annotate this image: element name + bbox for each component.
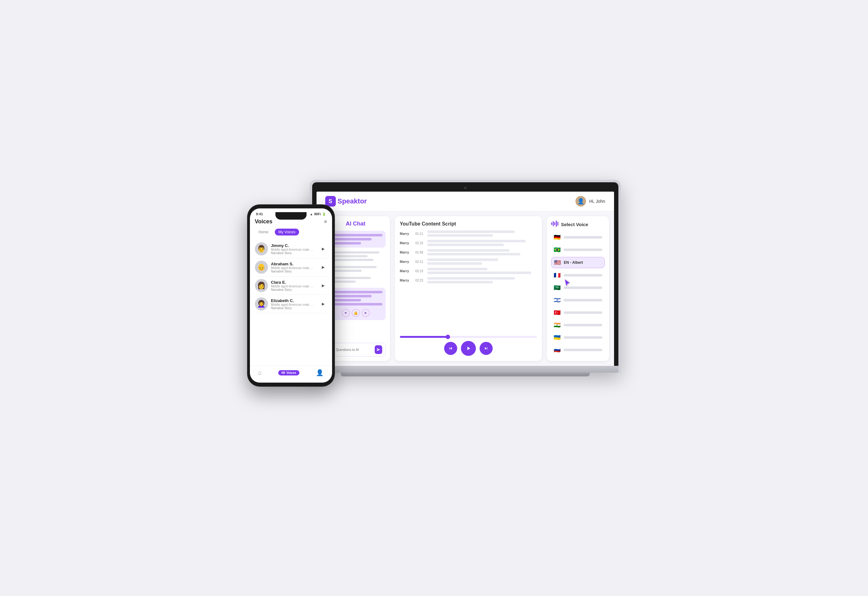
- filter-icon[interactable]: ≡: [324, 219, 327, 224]
- chat-line: [329, 295, 372, 297]
- voice-item-br[interactable]: 🇧🇷: [551, 245, 605, 255]
- voice-avatar: 👩‍🦱: [255, 297, 268, 310]
- script-item: Marry 01:11: [400, 230, 537, 237]
- player-controls: [400, 336, 537, 356]
- voice-item-fr[interactable]: 🇫🇷: [551, 270, 605, 280]
- play-voice-button[interactable]: ▶: [319, 300, 327, 308]
- cursor-icon: [563, 279, 571, 288]
- svg-rect-4: [557, 222, 558, 226]
- play-voice-button[interactable]: ▶: [319, 282, 327, 289]
- voice-name: Abraham S.: [271, 262, 316, 266]
- voice-avatar: 👴: [255, 261, 268, 274]
- star-button[interactable]: ★: [362, 309, 370, 317]
- svg-rect-6: [282, 372, 283, 374]
- voice-card-info: Clara E. Middle aged American male voice…: [271, 280, 316, 292]
- voice-name: Jimmy C.: [271, 243, 316, 248]
- selected-voice-name: EN - Albert: [564, 260, 583, 265]
- script-item: Marry 02:23: [400, 277, 537, 283]
- skip-forward-button[interactable]: [480, 342, 493, 355]
- phone-outer: 9:41 ▲ WiFi 🔋 Voices ≡ Home My Voices: [247, 205, 334, 387]
- heart-button[interactable]: ♥: [342, 309, 350, 317]
- voice-card-clara: 👩 Clara E. Middle aged American male voi…: [255, 277, 327, 295]
- youtube-panel: YouTube Content Script Marry 01:11: [395, 216, 542, 361]
- nav-profile[interactable]: 👤: [316, 369, 324, 376]
- voice-panel-title: Select Voice: [561, 222, 588, 227]
- app-ui: S Speaktor 👤 Hi, John: [316, 192, 614, 366]
- voice-card-info: Abraham S. Middle aged American male voi…: [271, 262, 316, 273]
- ai-chat-title: AI Chat: [326, 221, 386, 227]
- progress-fill: [400, 336, 448, 338]
- voice-card-info: Jimmy C. Middle aged American male voice…: [271, 243, 316, 255]
- thumb-button[interactable]: 👍: [352, 309, 360, 317]
- scene: S Speaktor 👤 Hi, John: [247, 180, 621, 416]
- laptop-screen: S Speaktor 👤 Hi, John: [316, 192, 614, 366]
- voice-card-info: Elizabeth C. Middle aged American male v…: [271, 298, 316, 310]
- voice-item-tr[interactable]: 🇹🇷: [551, 307, 605, 318]
- nav-home[interactable]: ⌂: [258, 369, 262, 376]
- voice-item-ru[interactable]: 🇷🇺: [551, 345, 605, 355]
- voice-desc: Middle aged American male voice with a..…: [271, 248, 315, 251]
- chat-bubble-1: [326, 231, 386, 248]
- progress-thumb: [446, 335, 450, 339]
- voice-desc: Middle aged American male voice with a..…: [271, 303, 315, 306]
- send-button[interactable]: [375, 345, 382, 354]
- script-list: Marry 01:11: [400, 230, 537, 332]
- play-voice-button[interactable]: ▶: [319, 264, 327, 271]
- youtube-title: YouTube Content Script: [400, 221, 537, 227]
- voice-desc: Middle aged American male voice with a..…: [271, 285, 315, 288]
- laptop-outer: S Speaktor 👤 Hi, John: [310, 180, 621, 373]
- phone-notch: [275, 212, 306, 220]
- chat-line: [329, 303, 383, 305]
- svg-rect-2: [554, 222, 555, 225]
- tab-home[interactable]: Home: [255, 229, 272, 236]
- voice-card-elizabeth: 👩‍🦱 Elizabeth C. Middle aged American ma…: [255, 295, 327, 313]
- voice-tag: Narrative Story: [271, 288, 316, 292]
- voice-item-sa[interactable]: 🇸🇦: [551, 282, 605, 293]
- skip-back-button[interactable]: [444, 342, 457, 355]
- logo-text: Speaktor: [338, 197, 367, 205]
- chat-input[interactable]: [329, 348, 372, 351]
- phone: 9:41 ▲ WiFi 🔋 Voices ≡ Home My Voices: [247, 205, 334, 387]
- select-voice-panel: Select Voice 🇩🇪 🇧🇷: [547, 216, 609, 361]
- progress-bar[interactable]: [400, 336, 537, 338]
- app-header: S Speaktor 👤 Hi, John: [316, 192, 614, 211]
- laptop-base: [312, 366, 618, 373]
- tab-my-voices[interactable]: My Voices: [275, 229, 299, 236]
- voice-tag: Narrative Story: [271, 306, 316, 310]
- chat-messages: ♥ 👍 ★: [326, 231, 386, 340]
- voice-name: Elizabeth C.: [271, 298, 316, 303]
- app-content: AI Chat: [316, 211, 614, 366]
- phone-voices-title: Voices: [255, 218, 273, 225]
- voice-item-in[interactable]: 🇮🇳: [551, 320, 605, 330]
- laptop: S Speaktor 👤 Hi, John: [310, 180, 621, 404]
- home-icon: ⌂: [258, 369, 262, 376]
- voice-item-de[interactable]: 🇩🇪: [551, 232, 605, 243]
- voice-avatar: 👨: [255, 242, 268, 255]
- svg-rect-7: [283, 372, 284, 373]
- player-buttons: [444, 341, 493, 356]
- laptop-foot: [341, 373, 590, 376]
- svg-rect-8: [284, 371, 284, 374]
- voice-item-us[interactable]: 🇺🇸 EN - Albert: [551, 257, 605, 268]
- voice-card-abraham: 👴 Abraham S. Middle aged American male v…: [255, 258, 327, 277]
- voice-list: 🇩🇪 🇧🇷 🇺🇸 EN - Al: [551, 232, 605, 355]
- chat-line: [329, 234, 383, 236]
- play-button[interactable]: [461, 341, 476, 356]
- voice-item-ua[interactable]: 🇺🇦: [551, 332, 605, 343]
- nav-voices[interactable]: Voices: [278, 370, 299, 375]
- voice-tag: Narrative Story: [271, 251, 316, 255]
- voice-item-il[interactable]: 🇮🇱: [551, 295, 605, 305]
- nav-voices-label: Voices: [286, 371, 296, 375]
- svg-rect-0: [551, 223, 552, 225]
- user-greeting: Hi, John: [589, 199, 605, 204]
- laptop-bezel: S Speaktor 👤 Hi, John: [312, 182, 618, 366]
- play-voice-button[interactable]: ▶: [319, 245, 327, 252]
- chat-actions: ♥ 👍 ★: [329, 309, 383, 317]
- laptop-camera: [464, 187, 467, 189]
- voice-header: Select Voice: [551, 221, 605, 228]
- chat-input-area[interactable]: [326, 343, 386, 357]
- avatar: 👤: [575, 196, 586, 207]
- user-info: 👤 Hi, John: [575, 196, 605, 207]
- chat-plain-2: [326, 265, 386, 273]
- voice-desc: Middle aged American male voice with a..…: [271, 266, 315, 270]
